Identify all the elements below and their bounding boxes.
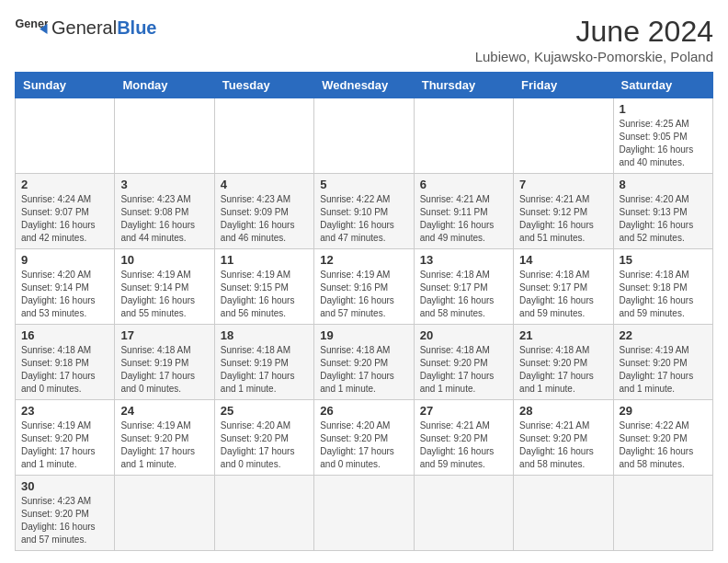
calendar-cell [214,98,313,174]
header-sunday: Sunday [16,73,115,98]
day-number: 6 [420,178,507,191]
calendar-cell [514,98,613,174]
calendar-cell: 1Sunrise: 4:25 AM Sunset: 9:05 PM Daylig… [613,98,712,174]
calendar-cell: 26Sunrise: 4:20 AM Sunset: 9:20 PM Dayli… [314,400,414,476]
day-info: Sunrise: 4:18 AM Sunset: 9:19 PM Dayligh… [221,344,308,396]
day-number: 16 [21,328,108,342]
day-number: 24 [120,404,208,418]
calendar-cell: 29Sunrise: 4:22 AM Sunset: 9:20 PM Dayli… [613,400,712,476]
calendar-cell [414,476,513,551]
calendar-cell: 6Sunrise: 4:21 AM Sunset: 9:11 PM Daylig… [414,174,513,249]
day-info: Sunrise: 4:21 AM Sunset: 9:11 PM Dayligh… [420,193,507,245]
day-number: 3 [120,178,208,191]
day-number: 15 [620,253,707,267]
day-number: 11 [221,253,308,267]
page-header: General GeneralBlue June 2024 Lubiewo, K… [15,15,713,64]
header-friday: Friday [514,73,613,98]
day-number: 9 [21,253,108,267]
day-info: Sunrise: 4:21 AM Sunset: 9:20 PM Dayligh… [519,419,607,471]
day-number: 22 [620,328,707,342]
day-info: Sunrise: 4:20 AM Sunset: 9:13 PM Dayligh… [620,193,707,245]
location-subtitle: Lubiewo, Kujawsko-Pomorskie, Poland [475,49,713,64]
calendar-cell: 14Sunrise: 4:18 AM Sunset: 9:17 PM Dayli… [514,249,613,325]
day-info: Sunrise: 4:18 AM Sunset: 9:17 PM Dayligh… [519,269,607,320]
calendar-cell [314,476,414,551]
week-row-1: 1Sunrise: 4:25 AM Sunset: 9:05 PM Daylig… [16,98,713,174]
calendar-cell: 18Sunrise: 4:18 AM Sunset: 9:19 PM Dayli… [214,325,313,400]
header-thursday: Thursday [414,73,513,98]
calendar-table: Sunday Monday Tuesday Wednesday Thursday… [15,72,713,551]
day-info: Sunrise: 4:20 AM Sunset: 9:20 PM Dayligh… [320,419,407,471]
day-number: 27 [420,404,507,418]
day-info: Sunrise: 4:19 AM Sunset: 9:20 PM Dayligh… [620,344,707,396]
day-info: Sunrise: 4:23 AM Sunset: 9:20 PM Dayligh… [21,495,108,546]
day-info: Sunrise: 4:20 AM Sunset: 9:20 PM Dayligh… [221,419,308,471]
calendar-cell: 7Sunrise: 4:21 AM Sunset: 9:12 PM Daylig… [514,174,613,249]
day-number: 26 [320,404,407,418]
day-number: 7 [519,178,607,191]
day-info: Sunrise: 4:21 AM Sunset: 9:20 PM Dayligh… [420,419,507,471]
day-number: 30 [21,479,108,493]
calendar-cell: 27Sunrise: 4:21 AM Sunset: 9:20 PM Dayli… [414,400,513,476]
week-row-4: 16Sunrise: 4:18 AM Sunset: 9:18 PM Dayli… [16,325,713,400]
day-info: Sunrise: 4:19 AM Sunset: 9:20 PM Dayligh… [21,419,108,471]
day-info: Sunrise: 4:19 AM Sunset: 9:20 PM Dayligh… [120,419,208,471]
day-number: 19 [320,328,407,342]
calendar-cell [115,98,214,174]
calendar-cell: 3Sunrise: 4:23 AM Sunset: 9:08 PM Daylig… [115,174,214,249]
calendar-cell [314,98,414,174]
calendar-cell: 4Sunrise: 4:23 AM Sunset: 9:09 PM Daylig… [214,174,313,249]
day-number: 12 [320,253,407,267]
calendar-cell: 24Sunrise: 4:19 AM Sunset: 9:20 PM Dayli… [115,400,214,476]
calendar-cell: 16Sunrise: 4:18 AM Sunset: 9:18 PM Dayli… [16,325,115,400]
header-tuesday: Tuesday [214,73,313,98]
day-number: 25 [221,404,308,418]
day-info: Sunrise: 4:18 AM Sunset: 9:20 PM Dayligh… [420,344,507,396]
calendar-cell: 13Sunrise: 4:18 AM Sunset: 9:17 PM Dayli… [414,249,513,325]
header-wednesday: Wednesday [314,73,414,98]
day-info: Sunrise: 4:21 AM Sunset: 9:12 PM Dayligh… [519,193,607,245]
header-monday: Monday [115,73,214,98]
calendar-cell: 19Sunrise: 4:18 AM Sunset: 9:20 PM Dayli… [314,325,414,400]
logo-icon: General [15,15,48,40]
day-number: 14 [519,253,607,267]
week-row-6: 30Sunrise: 4:23 AM Sunset: 9:20 PM Dayli… [16,476,713,551]
day-number: 23 [21,404,108,418]
day-info: Sunrise: 4:18 AM Sunset: 9:19 PM Dayligh… [120,344,208,396]
logo: General GeneralBlue [15,15,157,40]
day-number: 17 [120,328,208,342]
day-info: Sunrise: 4:19 AM Sunset: 9:16 PM Dayligh… [320,269,407,320]
calendar-cell: 15Sunrise: 4:18 AM Sunset: 9:18 PM Dayli… [613,249,712,325]
day-info: Sunrise: 4:18 AM Sunset: 9:18 PM Dayligh… [21,344,108,396]
day-number: 13 [420,253,507,267]
calendar-cell: 28Sunrise: 4:21 AM Sunset: 9:20 PM Dayli… [514,400,613,476]
calendar-cell: 10Sunrise: 4:19 AM Sunset: 9:14 PM Dayli… [115,249,214,325]
week-row-5: 23Sunrise: 4:19 AM Sunset: 9:20 PM Dayli… [16,400,713,476]
logo-general: General [51,17,117,38]
calendar-cell [214,476,313,551]
day-info: Sunrise: 4:19 AM Sunset: 9:14 PM Dayligh… [120,269,208,320]
calendar-cell: 2Sunrise: 4:24 AM Sunset: 9:07 PM Daylig… [16,174,115,249]
calendar-cell [115,476,214,551]
calendar-cell: 21Sunrise: 4:18 AM Sunset: 9:20 PM Dayli… [514,325,613,400]
day-number: 28 [519,404,607,418]
calendar-cell: 22Sunrise: 4:19 AM Sunset: 9:20 PM Dayli… [613,325,712,400]
logo-blue: Blue [117,17,156,38]
calendar-cell: 11Sunrise: 4:19 AM Sunset: 9:15 PM Dayli… [214,249,313,325]
day-number: 2 [21,178,108,191]
day-info: Sunrise: 4:23 AM Sunset: 9:08 PM Dayligh… [120,193,208,245]
calendar-cell: 30Sunrise: 4:23 AM Sunset: 9:20 PM Dayli… [16,476,115,551]
day-number: 21 [519,328,607,342]
day-info: Sunrise: 4:18 AM Sunset: 9:18 PM Dayligh… [620,269,707,320]
day-number: 5 [320,178,407,191]
calendar-cell: 8Sunrise: 4:20 AM Sunset: 9:13 PM Daylig… [613,174,712,249]
day-info: Sunrise: 4:19 AM Sunset: 9:15 PM Dayligh… [221,269,308,320]
day-number: 20 [420,328,507,342]
calendar-cell [613,476,712,551]
day-info: Sunrise: 4:18 AM Sunset: 9:17 PM Dayligh… [420,269,507,320]
day-number: 18 [221,328,308,342]
day-info: Sunrise: 4:18 AM Sunset: 9:20 PM Dayligh… [519,344,607,396]
day-info: Sunrise: 4:24 AM Sunset: 9:07 PM Dayligh… [21,193,108,245]
day-number: 4 [221,178,308,191]
day-info: Sunrise: 4:22 AM Sunset: 9:10 PM Dayligh… [320,193,407,245]
